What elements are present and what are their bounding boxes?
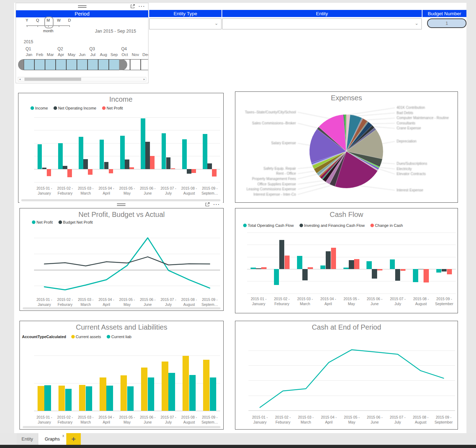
granularity-option-w[interactable]: W <box>55 18 62 22</box>
add-page-tab-button[interactable]: + <box>66 433 81 445</box>
timeline-scrollbar-thumb[interactable] <box>24 78 81 81</box>
timeline-cell-sep[interactable] <box>109 59 119 70</box>
bar[interactable] <box>187 169 191 174</box>
bar[interactable] <box>63 166 67 169</box>
net-profit-budget-vs-actual-chart[interactable]: Net Profit, Budget vs Actual2015 01 -Jan… <box>19 208 224 311</box>
drag-handle-icon[interactable] <box>78 5 86 9</box>
legend-item[interactable]: Current assets <box>71 335 101 339</box>
line-series[interactable] <box>44 257 210 266</box>
bar[interactable] <box>447 269 452 274</box>
bar[interactable] <box>65 389 72 411</box>
bar[interactable] <box>203 134 207 169</box>
timeline-cell-jan[interactable] <box>24 59 34 70</box>
horizontal-scrollbar[interactable] <box>23 426 220 428</box>
bar[interactable] <box>67 169 72 177</box>
drag-handle-icon[interactable] <box>117 203 125 207</box>
bar[interactable] <box>390 259 395 269</box>
bar[interactable] <box>150 156 155 169</box>
bar[interactable] <box>372 269 377 279</box>
bar[interactable] <box>141 118 145 169</box>
bar[interactable] <box>127 386 134 411</box>
bar[interactable] <box>58 143 63 169</box>
bar[interactable] <box>285 256 290 269</box>
bar[interactable] <box>183 356 189 411</box>
bar[interactable] <box>86 386 93 411</box>
scroll-left-icon[interactable]: ◂ <box>19 77 21 81</box>
legend-item[interactable]: Net Operating Income <box>54 106 96 110</box>
bar[interactable] <box>207 163 212 169</box>
bar[interactable] <box>104 162 109 169</box>
bar[interactable] <box>171 168 175 169</box>
bar[interactable] <box>212 169 217 177</box>
bar[interactable] <box>79 137 83 169</box>
bar[interactable] <box>58 386 65 411</box>
bar[interactable] <box>326 251 331 269</box>
granularity-option-y[interactable]: Y <box>23 18 30 22</box>
legend-item[interactable]: Current liab <box>107 335 131 339</box>
bar[interactable] <box>331 248 336 269</box>
bar[interactable] <box>141 368 148 411</box>
scroll-right-icon[interactable]: ▸ <box>144 77 145 81</box>
bar[interactable] <box>79 385 86 411</box>
range-start-handle[interactable] <box>18 59 24 70</box>
bar[interactable] <box>401 269 406 271</box>
cash-at-end-of-period-chart[interactable]: Cash at End of Period2015 01 -January201… <box>235 321 458 430</box>
bar[interactable] <box>203 360 210 411</box>
bar[interactable] <box>182 139 187 169</box>
bar[interactable] <box>83 159 88 169</box>
timeline-cell-aug[interactable] <box>98 59 109 70</box>
bar[interactable] <box>106 386 113 411</box>
bar[interactable] <box>261 267 267 269</box>
bar[interactable] <box>162 362 168 411</box>
bar[interactable] <box>191 169 196 173</box>
bar[interactable] <box>38 386 44 411</box>
bar[interactable] <box>47 169 51 176</box>
timeline-cell-nov[interactable] <box>130 59 141 70</box>
bar[interactable] <box>44 385 51 411</box>
bar[interactable] <box>366 261 372 269</box>
legend-item[interactable]: Net Profit <box>32 220 53 224</box>
bar[interactable] <box>88 169 93 175</box>
bar[interactable] <box>166 157 171 169</box>
expenses-chart[interactable]: Expenses401K ContributionBad DebtsComput… <box>235 91 458 203</box>
more-options-icon[interactable]: ··· <box>139 4 145 9</box>
more-options-icon[interactable]: ··· <box>213 202 220 207</box>
bar[interactable] <box>100 377 106 411</box>
bar[interactable] <box>256 268 261 269</box>
legend-item[interactable]: Total Operating Cash Flow <box>243 223 294 228</box>
bar[interactable] <box>162 133 166 169</box>
bar[interactable] <box>38 144 42 169</box>
timeline-cell-may[interactable] <box>66 59 77 70</box>
bar[interactable] <box>274 269 279 285</box>
timeline-cell-dec[interactable] <box>141 59 149 70</box>
timeline-cell-jul[interactable] <box>88 59 98 70</box>
bar[interactable] <box>121 375 127 411</box>
horizontal-scrollbar[interactable] <box>23 307 220 309</box>
page-tab-graphs[interactable]: Graphs x <box>38 433 66 445</box>
bar[interactable] <box>418 269 424 269</box>
bar[interactable] <box>120 136 125 169</box>
focus-mode-icon[interactable] <box>205 202 210 207</box>
current-assets-and-liabilities-chart[interactable]: Current Assets and Liabilities2015 01 -J… <box>19 321 224 430</box>
entity-dropdown[interactable]: ⌄ <box>222 18 422 29</box>
bar[interactable] <box>343 268 349 269</box>
bar[interactable] <box>320 265 326 269</box>
cash-flow-chart[interactable]: Cash Flow2015 01 -January2015 02 -Febura… <box>235 208 458 313</box>
page-tab-entity[interactable]: Entity <box>17 433 38 445</box>
bar[interactable] <box>377 269 382 270</box>
timeline-cell-feb[interactable] <box>34 59 45 70</box>
legend-item[interactable]: Change in Cash <box>370 223 403 228</box>
legend-item[interactable]: Budget Net Profit <box>58 220 93 224</box>
bar[interactable] <box>129 167 134 169</box>
bar[interactable] <box>436 269 442 273</box>
focus-mode-icon[interactable] <box>130 4 135 9</box>
income-chart[interactable]: Income2015 01 -January2015 02 -Feburary2… <box>18 93 224 203</box>
bar[interactable] <box>168 373 175 411</box>
bar[interactable] <box>297 256 302 269</box>
bar[interactable] <box>125 159 129 169</box>
bar[interactable] <box>251 268 256 269</box>
bar[interactable] <box>189 375 196 411</box>
bar[interactable] <box>349 260 354 269</box>
timeline-cell-jun[interactable] <box>77 59 88 70</box>
bar[interactable] <box>413 269 418 282</box>
